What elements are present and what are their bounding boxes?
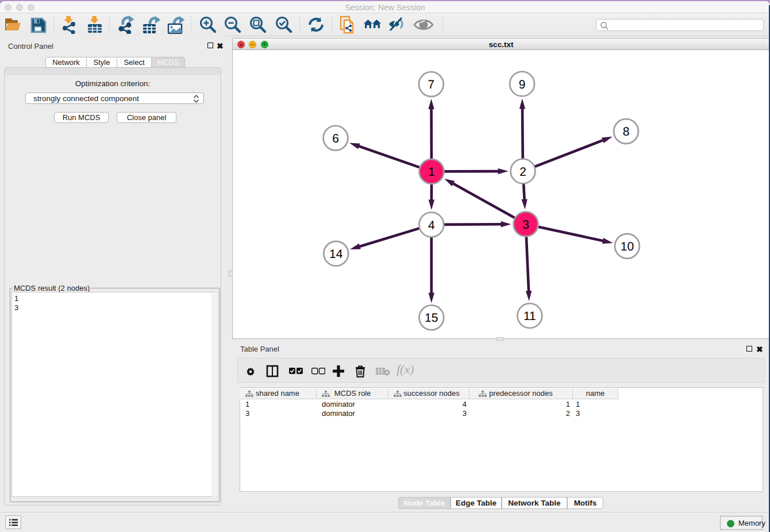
svg-text:7: 7 xyxy=(428,78,435,91)
svg-text:15: 15 xyxy=(425,311,438,325)
svg-text:11: 11 xyxy=(523,310,536,323)
svg-text:8: 8 xyxy=(623,125,630,138)
svg-text:6: 6 xyxy=(332,132,339,145)
svg-text:14: 14 xyxy=(329,248,343,261)
svg-text:9: 9 xyxy=(519,78,526,91)
svg-text:1: 1 xyxy=(428,165,435,179)
svg-text:3: 3 xyxy=(522,218,529,232)
svg-text:4: 4 xyxy=(428,219,435,232)
svg-text:2: 2 xyxy=(519,165,526,179)
svg-text:10: 10 xyxy=(621,240,634,253)
